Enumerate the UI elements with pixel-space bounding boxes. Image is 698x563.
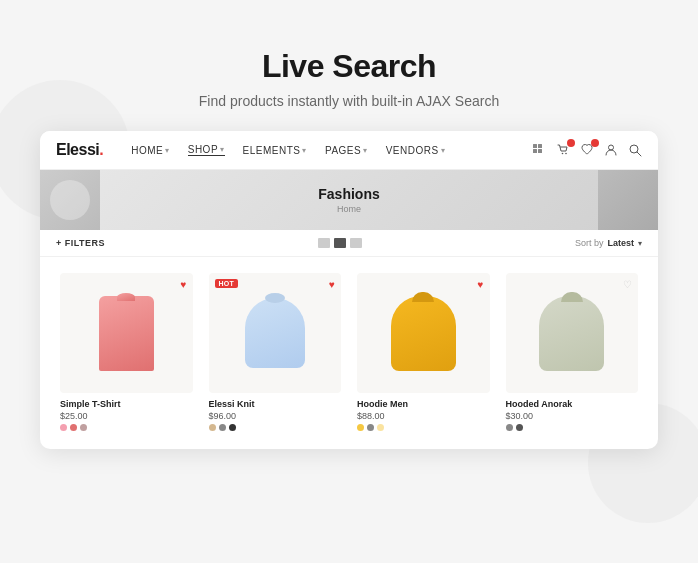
nav-link-home[interactable]: HOME ▾: [131, 145, 170, 156]
product-name: Simple T-Shirt: [60, 399, 193, 409]
svg-rect-1: [538, 144, 542, 148]
sort-label: Sort by: [575, 238, 604, 248]
nav-link-vendors[interactable]: VENDORS ▾: [386, 145, 445, 156]
svg-rect-3: [538, 149, 542, 153]
product-price: $88.00: [357, 411, 490, 421]
product-image-wrap[interactable]: ♥: [60, 273, 193, 393]
hero-title: Fashions: [318, 186, 379, 202]
product-card: ♡ Hooded Anorak $30.00: [498, 265, 647, 437]
chevron-icon: ▾: [165, 146, 170, 155]
product-card: HOT ♥ Elessi Knit $96.00: [201, 265, 350, 437]
svg-rect-0: [533, 144, 537, 148]
product-colors: [209, 424, 342, 431]
filters-label: + FILTERS: [56, 238, 105, 248]
wishlist-icon-btn[interactable]: [580, 143, 594, 157]
color-swatch[interactable]: [60, 424, 67, 431]
color-swatch[interactable]: [80, 424, 87, 431]
product-image-wrap[interactable]: ♥: [357, 273, 490, 393]
view-toggle-grid-2[interactable]: [318, 238, 330, 248]
chevron-icon: ▾: [302, 146, 307, 155]
nav-link-pages[interactable]: PAGES ▾: [325, 145, 368, 156]
hero-breadcrumb: Home: [337, 204, 361, 214]
chevron-icon: ▾: [220, 145, 225, 154]
hero-right-image: [598, 170, 658, 230]
wishlist-button[interactable]: ♥: [329, 279, 335, 290]
product-colors: [506, 424, 639, 431]
grid-icon-btn[interactable]: [532, 143, 546, 157]
nav-links: HOME ▾ SHOP ▾ ELEMENTS ▾ PAGES ▾ VENDORS…: [131, 144, 532, 156]
color-swatch[interactable]: [506, 424, 513, 431]
cart-icon-btn[interactable]: [556, 143, 570, 157]
svg-point-5: [565, 153, 567, 155]
product-name: Hooded Anorak: [506, 399, 639, 409]
product-price: $25.00: [60, 411, 193, 421]
hero-banner: Fashions Home: [40, 170, 658, 230]
page-subtitle: Find products instantly with built-in AJ…: [199, 93, 499, 109]
product-image-wrap[interactable]: HOT ♥: [209, 273, 342, 393]
product-image-anorak: [539, 296, 604, 371]
hero-left-image: [40, 170, 100, 230]
nav-bar: Elessi. HOME ▾ SHOP ▾ ELEMENTS ▾ PAGES ▾…: [40, 131, 658, 170]
sort-value[interactable]: Latest: [607, 238, 634, 248]
svg-point-4: [562, 153, 564, 155]
product-image-hoodie: [391, 296, 456, 371]
user-icon-btn[interactable]: [604, 143, 618, 157]
filters-bar: + FILTERS Sort by Latest ▾: [40, 230, 658, 257]
product-card: ♥ Hoodie Men $88.00: [349, 265, 498, 437]
products-grid: ♥ Simple T-Shirt $25.00 HOT ♥: [40, 257, 658, 449]
browser-card: Elessi. HOME ▾ SHOP ▾ ELEMENTS ▾ PAGES ▾…: [40, 131, 658, 449]
wishlist-button[interactable]: ♡: [623, 279, 632, 290]
nav-link-shop[interactable]: SHOP ▾: [188, 144, 225, 156]
color-swatch[interactable]: [367, 424, 374, 431]
sort-chevron-icon[interactable]: ▾: [638, 239, 642, 248]
product-image-shirt: [99, 296, 154, 371]
color-swatch[interactable]: [377, 424, 384, 431]
filters-button[interactable]: + FILTERS: [56, 238, 105, 248]
search-icon-btn[interactable]: [628, 143, 642, 157]
nav-icons: [532, 143, 642, 157]
nav-link-elements[interactable]: ELEMENTS ▾: [243, 145, 307, 156]
color-swatch[interactable]: [229, 424, 236, 431]
product-name: Hoodie Men: [357, 399, 490, 409]
product-colors: [357, 424, 490, 431]
hot-badge: HOT: [215, 279, 239, 288]
content-area: Live Search Find products instantly with…: [40, 48, 658, 449]
view-toggles: [318, 238, 362, 248]
product-image-sweater: [245, 298, 305, 368]
svg-line-8: [637, 152, 641, 156]
logo: Elessi.: [56, 141, 103, 159]
color-swatch[interactable]: [219, 424, 226, 431]
view-toggle-list[interactable]: [350, 238, 362, 248]
wishlist-badge: [591, 139, 599, 147]
product-price: $30.00: [506, 411, 639, 421]
chevron-icon: ▾: [363, 146, 368, 155]
chevron-icon: ▾: [441, 146, 446, 155]
color-swatch[interactable]: [357, 424, 364, 431]
wishlist-button[interactable]: ♥: [478, 279, 484, 290]
logo-dot: .: [99, 141, 103, 158]
product-card: ♥ Simple T-Shirt $25.00: [52, 265, 201, 437]
svg-point-6: [609, 145, 614, 150]
sort-area: Sort by Latest ▾: [575, 238, 642, 248]
cart-badge: [567, 139, 575, 147]
color-swatch[interactable]: [209, 424, 216, 431]
page-title: Live Search: [262, 48, 436, 85]
color-swatch[interactable]: [516, 424, 523, 431]
page-wrapper: Live Search Find products instantly with…: [20, 20, 678, 563]
product-image-wrap[interactable]: ♡: [506, 273, 639, 393]
wishlist-button[interactable]: ♥: [181, 279, 187, 290]
product-name: Elessi Knit: [209, 399, 342, 409]
view-toggle-grid-4[interactable]: [334, 238, 346, 248]
product-colors: [60, 424, 193, 431]
svg-rect-2: [533, 149, 537, 153]
product-price: $96.00: [209, 411, 342, 421]
color-swatch[interactable]: [70, 424, 77, 431]
